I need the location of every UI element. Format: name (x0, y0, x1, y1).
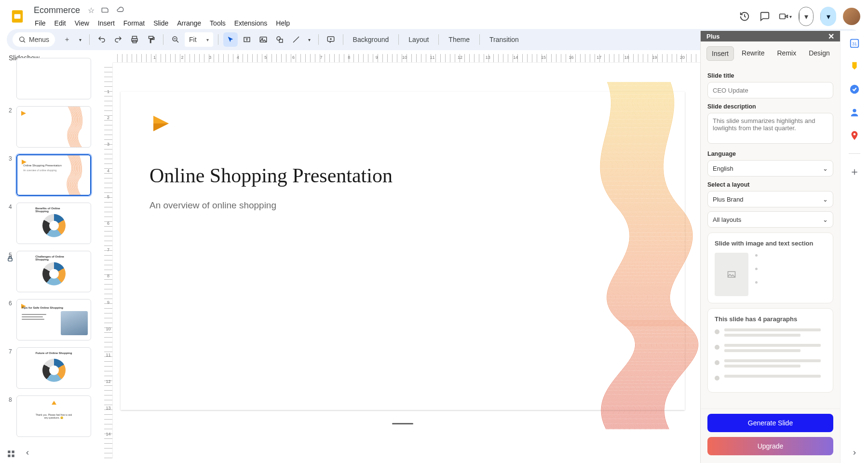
chevron-down-icon: ⌄ (823, 165, 828, 172)
tab-design[interactable]: Design (804, 46, 835, 61)
svg-rect-16 (12, 450, 14, 453)
zoom-select[interactable]: Fit▾ (185, 32, 213, 47)
layout-filter-select[interactable]: All layouts⌄ (707, 211, 833, 228)
hide-side-panel-icon[interactable] (851, 449, 858, 463)
calendar-icon[interactable]: 31 (849, 38, 860, 48)
slide-title[interactable]: Online Shopping Presentation (149, 164, 393, 187)
svg-point-12 (277, 37, 281, 41)
slide-thumbnail[interactable] (16, 58, 91, 99)
menu-help[interactable]: Help (272, 17, 294, 29)
comment-tool[interactable] (324, 32, 338, 47)
grid-view-icon[interactable] (7, 449, 15, 458)
slide-description-input[interactable] (707, 113, 833, 144)
image-placeholder-icon (715, 253, 748, 296)
side-panel-rail: 31 ＋ (840, 31, 868, 463)
document-title[interactable]: Ecommerce (31, 4, 83, 16)
chevron-down-icon: ⌄ (823, 216, 828, 223)
keep-icon[interactable] (849, 61, 860, 71)
slide-thumbnail[interactable]: Future of Online Shopping (16, 347, 91, 389)
menu-slide[interactable]: Slide (149, 17, 172, 29)
slides-logo[interactable] (8, 7, 27, 26)
svg-rect-1 (14, 14, 21, 19)
theme-button[interactable]: Theme (444, 36, 475, 43)
textbox-tool[interactable] (240, 32, 254, 47)
slide-thumbnail[interactable]: Benefits of Online Shopping (16, 203, 91, 244)
menu-tools[interactable]: Tools (206, 17, 230, 29)
menu-arrange[interactable]: Arrange (173, 17, 205, 29)
print-button[interactable] (127, 32, 142, 47)
filmstrip[interactable]: 23Online Shopping PresentationAn overvie… (0, 54, 101, 463)
paint-format-button[interactable] (144, 32, 158, 47)
line-tool[interactable] (289, 32, 303, 47)
upgrade-button[interactable]: Upgrade (707, 437, 833, 455)
svg-point-24 (853, 133, 855, 136)
generate-slide-button[interactable]: Generate Slide (707, 414, 833, 432)
menu-bar: File Edit View Insert Format Slide Arran… (31, 17, 294, 29)
star-icon[interactable]: ☆ (88, 6, 95, 15)
slide-logo-icon (149, 112, 173, 135)
menu-edit[interactable]: Edit (51, 17, 70, 29)
search-menus[interactable]: Menus (13, 32, 55, 47)
new-slide-dropdown[interactable]: ▾ (76, 32, 84, 47)
menu-insert[interactable]: Insert (94, 17, 119, 29)
tasks-icon[interactable] (849, 84, 860, 95)
layout-label: Select a layout (707, 181, 833, 188)
plus-panel: Plus ✕ Insert Rewrite Remix Design Slide… (700, 31, 840, 463)
close-icon[interactable]: ✕ (828, 32, 834, 41)
slideshow-dropdown-icon[interactable]: ▾ (799, 7, 813, 26)
slide-subtitle[interactable]: An overview of online shopping (149, 200, 276, 211)
comments-icon[interactable] (758, 10, 772, 23)
menu-file[interactable]: File (31, 17, 50, 29)
speaker-notes-handle[interactable] (392, 423, 413, 424)
cloud-status-icon[interactable] (116, 6, 124, 15)
layout-brand-select[interactable]: Plus Brand⌄ (707, 191, 833, 207)
add-addon-icon[interactable]: ＋ (849, 166, 860, 177)
layout-option-image-text[interactable]: Slide with image and text section (707, 232, 833, 303)
decorative-wave (545, 82, 699, 429)
svg-text:31: 31 (852, 41, 856, 46)
background-button[interactable]: Background (348, 36, 394, 43)
tab-rewrite[interactable]: Rewrite (737, 46, 769, 61)
slide-canvas[interactable]: Online Shopping Presentation An overview… (121, 92, 685, 410)
svg-point-23 (853, 109, 856, 112)
image-tool[interactable] (256, 32, 271, 47)
language-select[interactable]: English⌄ (707, 160, 833, 177)
slide-thumbnail[interactable]: Online Shopping PresentationAn overview … (16, 154, 91, 196)
slide-title-label: Slide title (707, 72, 833, 79)
slide-thumbnail[interactable]: Challenges of Online Shopping (16, 251, 91, 292)
share-dropdown-icon[interactable]: ▾ (820, 7, 836, 26)
move-icon[interactable] (101, 6, 109, 15)
new-slide-button[interactable]: ＋ (60, 32, 74, 47)
redo-button[interactable] (111, 32, 125, 47)
slide-thumbnail[interactable]: Thank you. Please feel free to ask any q… (16, 395, 91, 437)
contacts-icon[interactable] (849, 107, 860, 118)
maps-icon[interactable] (849, 130, 860, 141)
account-avatar[interactable] (843, 8, 860, 25)
language-label: Language (707, 150, 833, 157)
slide-title-input[interactable] (707, 82, 833, 98)
ruler-vertical: 1234567891011121314 (104, 63, 113, 458)
svg-point-4 (20, 37, 24, 41)
share-button[interactable]: Share ▾ (820, 7, 836, 26)
transition-button[interactable]: Transition (485, 36, 524, 43)
slide-thumbnail[interactable]: Tips for Safe Online Shopping (16, 299, 91, 340)
tab-remix[interactable]: Remix (772, 46, 801, 61)
menu-format[interactable]: Format (120, 17, 149, 29)
layout-button[interactable]: Layout (404, 36, 434, 43)
history-icon[interactable] (738, 10, 751, 23)
undo-button[interactable] (95, 32, 109, 47)
tab-insert[interactable]: Insert (706, 46, 734, 61)
menu-extensions[interactable]: Extensions (231, 17, 271, 29)
layout-option-4-paragraphs[interactable]: This slide has 4 paragraphs (707, 308, 833, 393)
meet-icon[interactable]: ▾ (778, 10, 792, 23)
plus-tabs: Insert Rewrite Remix Design (701, 41, 840, 66)
select-tool[interactable] (223, 32, 238, 47)
slideshow-button[interactable]: Slideshow ▾ (799, 7, 814, 26)
slide-thumbnail[interactable] (16, 106, 91, 148)
line-dropdown[interactable]: ▾ (305, 32, 313, 47)
zoom-out-icon[interactable] (168, 32, 183, 47)
menu-view[interactable]: View (71, 17, 93, 29)
svg-rect-18 (12, 455, 14, 457)
collapse-filmstrip-icon[interactable] (24, 449, 31, 458)
shape-tool[interactable] (272, 32, 287, 47)
